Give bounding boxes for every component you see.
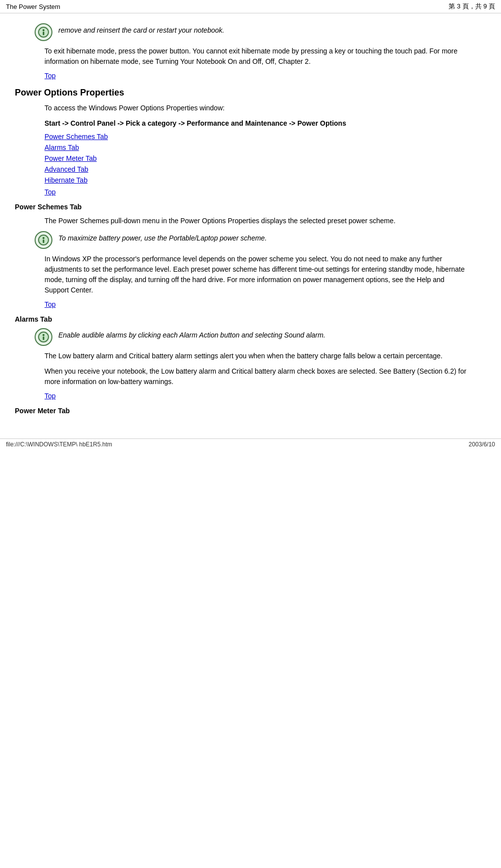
nav-link-advanced[interactable]: Advanced Tab bbox=[45, 165, 470, 173]
footer-date: 2003/6/10 bbox=[469, 441, 495, 448]
note-block-3: Enable audible alarms by clicking each A… bbox=[35, 328, 470, 346]
svg-point-4 bbox=[43, 237, 45, 239]
section1-instruction: Start -> Control Panel -> Pick a categor… bbox=[45, 118, 470, 129]
note-block-2: To maximize battery power, use the Porta… bbox=[35, 231, 470, 249]
nav-link-alarms[interactable]: Alarms Tab bbox=[45, 144, 470, 151]
svg-rect-8 bbox=[43, 337, 45, 340]
svg-rect-2 bbox=[43, 32, 45, 35]
body-text-1: To exit hibernate mode, press the power … bbox=[45, 46, 470, 67]
top-link-3[interactable]: Top bbox=[45, 300, 470, 308]
page-title: The Power System bbox=[6, 3, 60, 10]
footer-bar: file:///C:\WINDOWS\TEMP\ hbE1R5.htm 2003… bbox=[0, 438, 501, 450]
note-icon-3 bbox=[35, 328, 52, 346]
header-bar: The Power System 第 3 頁，共 9 頁 bbox=[0, 0, 501, 13]
nav-link-power-meter[interactable]: Power Meter Tab bbox=[45, 154, 470, 162]
subsection3-heading: Power Meter Tab bbox=[15, 407, 470, 415]
nav-link-hibernate[interactable]: Hibernate Tab bbox=[45, 176, 470, 184]
top-link-4[interactable]: Top bbox=[45, 392, 470, 400]
top-link-1[interactable]: Top bbox=[45, 72, 470, 80]
svg-rect-5 bbox=[43, 240, 45, 243]
subsection1-para2: In Windows XP the processor's performanc… bbox=[45, 254, 470, 295]
note-text-1: remove and reinsert the card or restart … bbox=[58, 23, 224, 34]
main-content: remove and reinsert the card or restart … bbox=[0, 13, 485, 429]
note-icon-1 bbox=[35, 23, 52, 41]
subsection2-para2: When you receive your notebook, the Low … bbox=[45, 366, 470, 387]
section1-heading: Power Options Properties bbox=[15, 88, 470, 98]
subsection2-heading: Alarms Tab bbox=[15, 315, 470, 323]
subsection2-para1: The Low battery alarm and Critical batte… bbox=[45, 351, 470, 361]
footer-file-path: file:///C:\WINDOWS\TEMP\ hbE1R5.htm bbox=[6, 441, 112, 448]
subsection1-para1: The Power Schemes pull-down menu in the … bbox=[45, 216, 470, 226]
note-icon-2 bbox=[35, 231, 52, 249]
section1-intro: To access the Windows Power Options Prop… bbox=[45, 103, 470, 113]
note-text-2: To maximize battery power, use the Porta… bbox=[58, 231, 267, 242]
nav-link-power-schemes[interactable]: Power Schemes Tab bbox=[45, 133, 470, 141]
svg-point-1 bbox=[43, 29, 45, 31]
note-block-1: remove and reinsert the card or restart … bbox=[35, 23, 470, 41]
page-info: 第 3 頁，共 9 頁 bbox=[449, 2, 495, 11]
note-text-3: Enable audible alarms by clicking each A… bbox=[58, 328, 325, 339]
top-link-2[interactable]: Top bbox=[45, 188, 470, 196]
subsection1-heading: Power Schemes Tab bbox=[15, 203, 470, 211]
svg-point-7 bbox=[43, 334, 45, 336]
